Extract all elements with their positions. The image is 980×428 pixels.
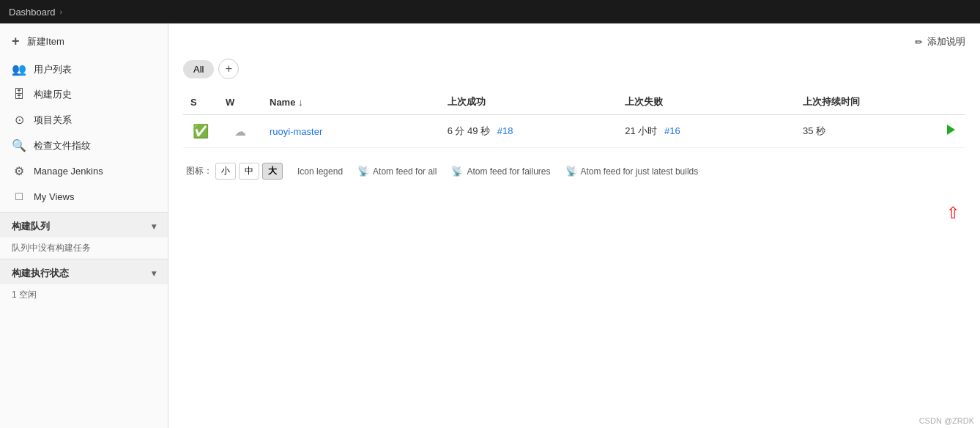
watermark: CSDN @ZRDK [919,416,974,425]
sidebar-item-manage-jenkins[interactable]: ⚙ Manage Jenkins [0,158,168,184]
arrow-annotation: ⇧ [946,204,959,223]
last-failure-build-link[interactable]: #16 [664,125,680,136]
users-icon: 👥 [12,62,26,76]
build-executor-content: 1 空闲 [0,284,168,306]
gear-icon: ⚙ [12,164,26,178]
breadcrumb-chevron: › [60,7,63,16]
new-item-button[interactable]: + 新建Item [0,26,168,56]
col-header-last-failure: 上次失败 [617,89,795,115]
size-medium-button[interactable]: 中 [239,163,259,180]
build-executor-status: 1 空闲 [12,289,37,300]
build-history-icon: 🗄 [12,88,26,101]
tab-all[interactable]: All [183,60,214,78]
col-header-last-success: 上次成功 [440,89,618,115]
main-layout: + 新建Item 👥 用户列表 🗄 构建历史 ⊙ 项目关系 🔍 检查文件指纹 ⚙ [0,23,980,428]
weather-cell: ☁ [218,115,262,148]
status-cell: ✅ [183,115,218,148]
tab-bar: All + [183,59,965,79]
run-build-button[interactable] [943,122,958,140]
jobs-table: S W Name ↓ 上次成功 上次失败 上次持续时间 [183,89,965,148]
last-duration-value: 35 秒 [803,125,825,136]
status-ok-icon: ✅ [193,124,209,139]
last-success-time: 6 分 49 秒 [448,125,491,136]
last-failure-cell: 21 小时 #16 [617,115,795,148]
sidebar: + 新建Item 👥 用户列表 🗄 构建历史 ⊙ 项目关系 🔍 检查文件指纹 ⚙ [0,23,168,428]
top-bar: Dashboard › [0,0,980,23]
atom-failures-icon: 📡 [451,166,463,177]
last-success-cell: 6 分 49 秒 #18 [440,115,618,148]
atom-feed-latest-item[interactable]: 📡 Atom feed for just latest builds [565,166,699,177]
build-executor-chevron[interactable]: ▾ [152,268,156,278]
fingerprint-icon: 🔍 [12,139,26,152]
views-icon: □ [12,190,26,203]
icon-legend-item[interactable]: Icon legend [297,166,343,177]
sidebar-item-build-history[interactable]: 🗄 构建历史 [0,82,168,107]
col-header-last-duration: 上次持续时间 [795,89,929,115]
last-failure-time: 21 小时 [625,125,657,136]
job-link[interactable]: ruoyi-master [270,126,322,137]
pencil-icon: ✏ [915,37,923,48]
build-queue-content: 队列中没有构建任务 [0,237,168,259]
play-icon [945,124,957,136]
size-small-button[interactable]: 小 [215,163,236,180]
build-executor-header: 构建执行状态 [12,267,69,280]
size-large-button[interactable]: 大 [262,163,283,180]
build-queue-empty: 队列中没有构建任务 [12,243,91,253]
atom-latest-icon: 📡 [565,166,577,177]
sidebar-top-section: + 新建Item 👥 用户列表 🗄 构建历史 ⊙ 项目关系 🔍 检查文件指纹 ⚙ [0,23,168,212]
build-queue-header: 构建队列 [12,220,50,233]
content-header: ✏ 添加说明 [183,35,965,48]
col-header-s: S [183,89,218,115]
tab-add-button[interactable]: + [218,59,239,79]
sidebar-item-users[interactable]: 👥 用户列表 [0,56,168,82]
atom-all-icon: 📡 [357,166,369,177]
edit-btn-label: 添加说明 [927,35,965,48]
tab-all-label: All [193,64,204,75]
job-name-cell: ruoyi-master [262,115,440,148]
sidebar-label-my-views: My Views [34,191,74,202]
sidebar-label-check-fingerprint: 检查文件指纹 [34,139,91,152]
col-header-action [929,89,965,115]
atom-feed-failures-item[interactable]: 📡 Atom feed for failures [451,166,550,177]
build-executor-section: 构建执行状态 ▾ [0,259,168,284]
sidebar-label-users: 用户列表 [34,63,72,76]
icon-size-group: 图标： 小 中 大 [186,163,283,180]
col-header-name[interactable]: Name ↓ [262,89,440,115]
table-body: ✅ ☁ ruoyi-master 6 分 49 秒 #18 [183,115,965,148]
build-queue-section: 构建队列 ▾ [0,212,168,237]
edit-description-button[interactable]: ✏ 添加说明 [915,35,965,48]
icon-legend-label: Icon legend [297,166,343,177]
table-header: S W Name ↓ 上次成功 上次失败 上次持续时间 [183,89,965,115]
svg-marker-0 [947,125,955,135]
breadcrumb-dashboard[interactable]: Dashboard [9,7,56,18]
atom-feed-all-label: Atom feed for all [373,166,437,177]
icon-size-label: 图标： [186,165,212,177]
sidebar-item-my-views[interactable]: □ My Views [0,184,168,209]
last-duration-cell: 35 秒 [795,115,929,148]
legend-bar: 图标： 小 中 大 Icon legend 📡 Atom feed for al… [183,154,965,188]
last-success-build-link[interactable]: #18 [497,125,513,136]
plus-icon: + [12,34,20,49]
sidebar-item-project-relations[interactable]: ⊙ 项目关系 [0,107,168,133]
atom-feed-failures-label: Atom feed for failures [467,166,550,177]
new-item-label: 新建Item [27,35,64,48]
sidebar-label-manage-jenkins: Manage Jenkins [34,166,103,177]
content-area: ✏ 添加说明 All + S W N [168,23,980,428]
table-row: ✅ ☁ ruoyi-master 6 分 49 秒 #18 [183,115,965,148]
atom-feed-latest-label: Atom feed for just latest builds [581,166,699,177]
sidebar-item-check-fingerprint[interactable]: 🔍 检查文件指纹 [0,133,168,158]
col-header-w: W [218,89,262,115]
atom-feed-all-item[interactable]: 📡 Atom feed for all [357,166,437,177]
build-queue-chevron[interactable]: ▾ [152,221,156,232]
project-relations-icon: ⊙ [12,113,26,127]
sidebar-label-build-history: 构建历史 [34,88,72,101]
sidebar-label-project-relations: 项目关系 [34,114,72,127]
action-cell [929,115,965,148]
weather-cloud-icon: ☁ [234,125,246,138]
